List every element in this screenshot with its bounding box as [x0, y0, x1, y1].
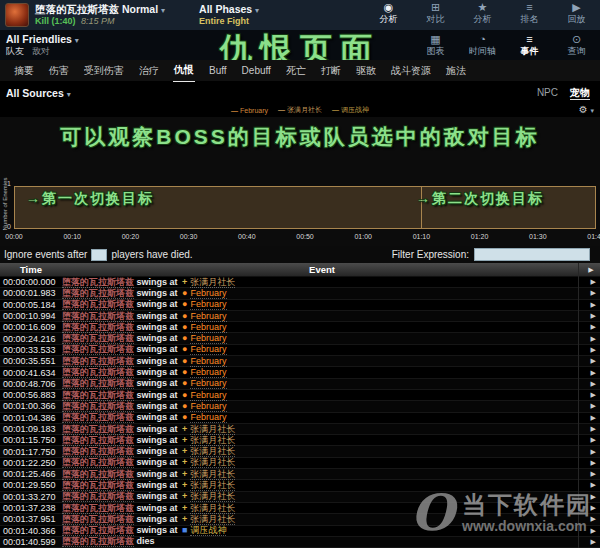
legend-item[interactable]: —February	[231, 107, 268, 114]
phase-dropdown[interactable]: All Phases ▾ Entire Fight	[199, 4, 259, 27]
event-description: 堕落的瓦拉斯塔兹 dies	[62, 535, 600, 548]
row-expand-icon[interactable]: ▶	[591, 391, 596, 399]
legend-item[interactable]: —调压战神	[332, 105, 369, 115]
event-action: swings at	[137, 277, 178, 287]
boss-name: 堕落的瓦拉斯塔兹	[35, 3, 119, 15]
tab-Debuff[interactable]: Debuff	[241, 61, 272, 80]
event-time: 00:00:56.883	[0, 390, 62, 400]
view-query[interactable]: ⊙查询	[553, 31, 600, 60]
y-axis-label: Number of Enemies	[2, 166, 8, 242]
npc-toggle[interactable]: NPC	[537, 87, 558, 98]
tab-伤害[interactable]: 伤害	[48, 60, 70, 82]
row-expand-icon[interactable]: ▶	[591, 312, 596, 320]
row-expand-icon[interactable]: ▶	[591, 278, 596, 286]
faction-enemy[interactable]: 敌对	[32, 46, 50, 56]
friendlies-dropdown[interactable]: All Friendlies ▾ 队友敌对	[6, 34, 79, 57]
chevron-down-icon: ▾	[255, 6, 259, 15]
row-expand-icon[interactable]: ▶	[591, 493, 596, 501]
event-time: 00:01:22.250	[0, 458, 62, 468]
tab-治疗[interactable]: 治疗	[138, 60, 160, 82]
row-expand-icon[interactable]: ▶	[591, 323, 596, 331]
event-time: 00:01:17.750	[0, 447, 62, 457]
players-died-input[interactable]	[91, 249, 107, 261]
class-icon: +	[182, 469, 187, 479]
event-time: 00:00:10.994	[0, 311, 62, 321]
class-icon: ●	[182, 333, 187, 343]
x-axis-tick: 01:00	[354, 233, 372, 240]
row-expand-icon[interactable]: ▶	[591, 357, 596, 365]
view-events-label: 事件	[521, 46, 539, 56]
row-expand-icon[interactable]: ▶	[591, 425, 596, 433]
row-expand-icon[interactable]: ▶	[591, 436, 596, 444]
event-action: swings at	[137, 311, 178, 321]
class-icon: ●	[182, 311, 187, 321]
event-action: swings at	[137, 469, 178, 479]
tab-打断[interactable]: 打断	[320, 60, 342, 82]
tab-Buff[interactable]: Buff	[208, 61, 228, 80]
legend-item[interactable]: —张满月社长	[278, 105, 322, 115]
row-expand-icon[interactable]: ▶	[591, 481, 596, 489]
boss-dropdown[interactable]: 堕落的瓦拉斯塔兹 Normal ▾ Kill (1:40) 8:15 PM	[35, 4, 165, 27]
filter-expression-input[interactable]	[474, 248, 590, 261]
event-action: swings at	[137, 322, 178, 332]
events-icon: ≡	[506, 33, 553, 45]
tab-摘要[interactable]: 摘要	[13, 60, 35, 82]
tab-bar: 摘要伤害受到伤害治疗仇恨BuffDebuff死亡打断驱散战斗资源施法	[0, 60, 600, 82]
row-expand-icon[interactable]: ▶	[591, 301, 596, 309]
phase-sub-label: Entire Fight	[199, 16, 259, 27]
nav-rankings-label: 排名	[521, 14, 539, 24]
class-icon: ●	[182, 344, 187, 354]
view-timeline[interactable]: ◔时间轴	[459, 31, 506, 60]
tab-死亡[interactable]: 死亡	[285, 60, 307, 82]
nav-replay-label: 回放	[568, 14, 586, 24]
x-axis-tick: 00:00	[5, 233, 23, 240]
row-expand-icon[interactable]: ▶	[591, 504, 596, 512]
class-icon: ●	[182, 378, 187, 388]
tab-受到伤害[interactable]: 受到伤害	[83, 60, 125, 82]
faction-friendly[interactable]: 队友	[6, 46, 24, 56]
kill-badge: Kill (1:40)	[35, 16, 76, 26]
tab-施法[interactable]: 施法	[445, 60, 467, 82]
event-action: swings at	[137, 401, 178, 411]
tab-仇恨[interactable]: 仇恨	[173, 59, 195, 82]
tab-驱散[interactable]: 驱散	[355, 60, 377, 82]
nav-analyze-star[interactable]: ★分析	[459, 0, 506, 32]
row-expand-icon[interactable]: ▶	[591, 289, 596, 297]
row-expand-icon[interactable]: ▶	[591, 470, 596, 478]
nav-replay[interactable]: ▶回放	[553, 0, 600, 32]
chart-settings-button[interactable]: ⚙ ▾	[579, 104, 594, 115]
row-expand-icon[interactable]: ▶	[591, 414, 596, 422]
event-action: swings at	[137, 514, 178, 524]
x-axis-tick: 00:50	[296, 233, 314, 240]
row-expand-icon[interactable]: ▶	[591, 538, 596, 546]
tab-战斗资源[interactable]: 战斗资源	[390, 60, 432, 82]
x-axis-tick: 01:40	[587, 233, 600, 240]
actor-link[interactable]: 堕落的瓦拉斯塔兹	[62, 536, 134, 547]
class-icon: ●	[182, 412, 187, 422]
row-expand-icon[interactable]: ▶	[591, 335, 596, 343]
expand-column-icon[interactable]: ▶	[582, 266, 600, 274]
chart-legend: —February—张满月社长—调压战神 ⚙ ▾	[0, 103, 600, 117]
event-action: dies	[137, 536, 155, 546]
x-axis-tick: 00:20	[122, 233, 140, 240]
nav-rankings[interactable]: ≡排名	[506, 0, 553, 32]
replay-icon: ▶	[553, 1, 600, 13]
row-expand-icon[interactable]: ▶	[591, 527, 596, 535]
sources-dropdown[interactable]: All Sources ▾	[6, 87, 71, 99]
event-action: swings at	[137, 288, 178, 298]
row-expand-icon[interactable]: ▶	[591, 346, 596, 354]
class-icon: +	[182, 491, 187, 501]
row-expand-icon[interactable]: ▶	[591, 448, 596, 456]
x-axis-tick: 00:40	[238, 233, 256, 240]
event-time: 00:01:40.366	[0, 526, 62, 536]
row-expand-icon[interactable]: ▶	[591, 515, 596, 523]
event-time: 00:01:33.270	[0, 492, 62, 502]
row-expand-icon[interactable]: ▶	[591, 402, 596, 410]
row-expand-icon[interactable]: ▶	[591, 459, 596, 467]
row-expand-icon[interactable]: ▶	[591, 369, 596, 377]
chevron-down-icon: ▾	[75, 36, 79, 45]
pets-toggle[interactable]: 宠物	[570, 87, 590, 100]
table-row[interactable]: 00:01:40.599堕落的瓦拉斯塔兹 dies ▶	[0, 537, 600, 548]
view-events[interactable]: ≡事件	[506, 31, 553, 60]
row-expand-icon[interactable]: ▶	[591, 380, 596, 388]
